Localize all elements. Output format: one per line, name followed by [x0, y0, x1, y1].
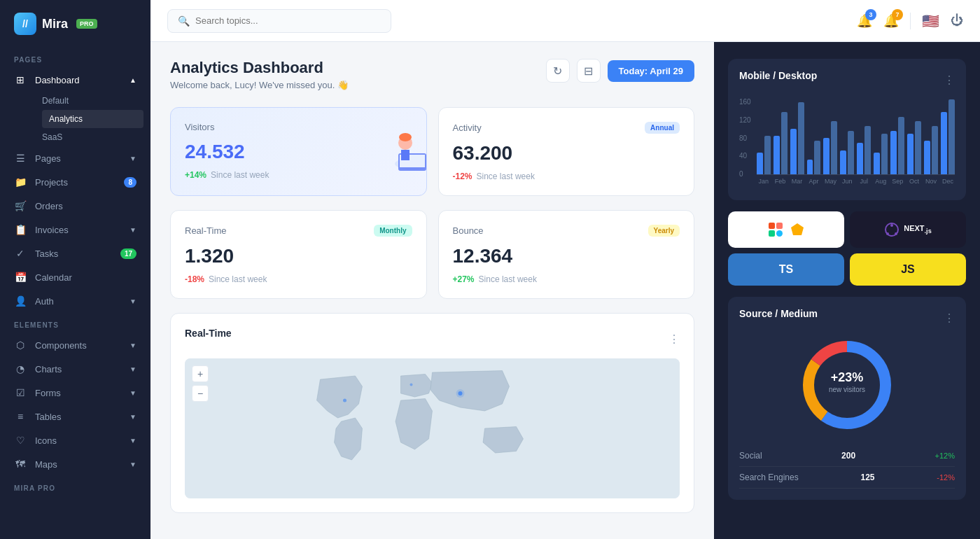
sidebar-item-projects[interactable]: 📁 Projects 8 — [0, 170, 150, 194]
sidebar-label-components: Components — [35, 340, 87, 351]
projects-badge: 8 — [124, 177, 136, 188]
svg-point-16 — [890, 224, 893, 227]
sidebar-item-components[interactable]: ⬡ Components ▼ — [0, 333, 150, 357]
svg-marker-14 — [791, 223, 804, 235]
sidebar-label-projects: Projects — [35, 177, 68, 188]
sidebar-item-dashboard[interactable]: ⊞ Dashboard ▲ — [0, 68, 150, 92]
dashboard-arrow: ▲ — [130, 76, 136, 84]
bounce-card-header: Bounce Yearly — [453, 225, 680, 237]
realtime-map-menu[interactable]: ⋮ — [668, 332, 680, 346]
power-icon: ⏻ — [951, 13, 963, 27]
realtime-map-title: Real-Time — [185, 328, 232, 339]
dark-bar-chart-card: Mobile / Desktop ⋮ 160 120 80 40 0 — [728, 59, 966, 200]
source-social-value: 200 — [841, 451, 855, 461]
sidebar-label-icons: Icons — [35, 435, 57, 446]
app-name: Mira — [42, 17, 68, 31]
alerts-badge: 7 — [892, 9, 903, 20]
sidebar-label-tables: Tables — [35, 412, 62, 422]
sidebar-item-default[interactable]: Default — [35, 92, 150, 110]
realtime-value: 1.320 — [185, 245, 412, 267]
orders-icon: 🛒 — [14, 200, 27, 211]
svg-text:new visitors: new visitors — [829, 386, 865, 393]
sidebar-label-dashboard: Dashboard — [35, 75, 80, 85]
section-label-pages: PAGES — [0, 48, 150, 68]
bounce-change: +27% Since last week — [453, 274, 680, 284]
svg-point-7 — [456, 389, 465, 398]
pages-arrow: ▼ — [130, 155, 136, 162]
page-header-left: Analytics Dashboard Welcome back, Lucy! … — [170, 59, 349, 90]
logo-card-figma — [728, 211, 844, 248]
visitors-label: Visitors — [185, 122, 214, 132]
sidebar-item-tables[interactable]: ≡ Tables ▼ — [0, 405, 150, 428]
map-zoom-in[interactable]: + — [192, 365, 209, 382]
figma-icon — [767, 221, 784, 238]
sidebar-item-orders[interactable]: 🛒 Orders — [0, 194, 150, 218]
sketch-icon — [790, 222, 805, 237]
date-button[interactable]: Today: April 29 — [608, 60, 694, 82]
notifications-button[interactable]: 🔔 3 — [857, 13, 872, 29]
svg-point-8 — [343, 399, 346, 402]
sidebar-label-forms: Forms — [35, 388, 61, 398]
invoices-arrow: ▼ — [130, 226, 136, 234]
svg-point-13 — [776, 230, 783, 237]
source-social-change: +12% — [935, 451, 955, 460]
logo-icon: // — [14, 13, 36, 35]
typescript-label: TS — [779, 263, 793, 276]
sidebar-item-maps[interactable]: 🗺 Maps ▼ — [0, 452, 150, 476]
bounce-change-label: Since last week — [479, 274, 537, 284]
map-container: + − — [185, 358, 680, 498]
sidebar-item-invoices[interactable]: 📋 Invoices ▼ — [0, 218, 150, 241]
logo-card-javascript: JS — [850, 253, 966, 286]
filter-button[interactable]: ⊟ — [577, 59, 601, 83]
sidebar-item-pages[interactable]: ☰ Pages ▼ — [0, 146, 150, 170]
sidebar-item-saas[interactable]: SaaS — [35, 128, 150, 146]
sidebar-item-tasks[interactable]: ✓ Tasks 17 — [0, 241, 150, 265]
activity-change: -12% Since last week — [453, 172, 680, 181]
sidebar-label-auth: Auth — [35, 296, 54, 307]
flag-icon[interactable]: 🇺🇸 — [922, 13, 939, 29]
source-medium-title: Source / Medium — [739, 308, 818, 319]
map-zoom-out[interactable]: − — [192, 385, 209, 402]
sidebar-label-default: Default — [42, 96, 69, 106]
sidebar-item-auth[interactable]: 👤 Auth ▼ — [0, 289, 150, 313]
refresh-icon: ↻ — [553, 64, 562, 78]
power-button[interactable]: ⏻ — [951, 13, 963, 28]
sidebar-item-calendar[interactable]: 📅 Calendar — [0, 265, 150, 289]
refresh-button[interactable]: ↻ — [546, 59, 570, 83]
calendar-icon: 📅 — [14, 272, 27, 283]
sidebar-item-charts[interactable]: ◔ Charts ▼ — [0, 357, 150, 381]
auth-icon: 👤 — [14, 295, 27, 307]
activity-badge: Annual — [645, 122, 680, 134]
world-map-svg — [185, 358, 680, 498]
source-menu[interactable]: ⋮ — [944, 312, 955, 325]
sidebar-logo[interactable]: // Mira PRO — [0, 0, 150, 48]
dark-chart-menu[interactable]: ⋮ — [944, 74, 955, 87]
components-icon: ⬡ — [14, 340, 27, 351]
bounce-change-value: +27% — [453, 274, 475, 284]
sidebar-item-forms[interactable]: ☑ Forms ▼ — [0, 381, 150, 405]
topbar-divider — [910, 13, 911, 29]
logo-card-redux: NEXT.js — [850, 211, 966, 248]
dark-chart-title: Mobile / Desktop — [739, 70, 817, 81]
search-input[interactable] — [195, 15, 381, 26]
sidebar-label-charts: Charts — [35, 364, 62, 374]
filter-icon: ⊟ — [584, 64, 593, 78]
sidebar-item-icons[interactable]: ♡ Icons ▼ — [0, 428, 150, 452]
source-search-change: -12% — [937, 473, 955, 482]
source-medium-card: Source / Medium ⋮ +23% — [728, 297, 966, 500]
icons-icon: ♡ — [14, 435, 27, 446]
svg-rect-4 — [401, 150, 410, 160]
realtime-change-label: Since last week — [209, 274, 267, 284]
projects-icon: 📁 — [14, 176, 27, 188]
javascript-label: JS — [901, 263, 915, 276]
tasks-badge: 17 — [120, 248, 136, 259]
tables-icon: ≡ — [14, 411, 27, 422]
svg-rect-11 — [776, 223, 783, 229]
sidebar-item-analytics[interactable]: Analytics — [42, 110, 144, 128]
sidebar-label-pages: Pages — [35, 153, 61, 164]
main-content: 🔍 🔔 3 🔔 7 🇺🇸 ⏻ Analytics — [150, 0, 980, 539]
alerts-button[interactable]: 🔔 7 — [883, 13, 899, 29]
search-box[interactable]: 🔍 — [167, 9, 391, 33]
pages-icon: ☰ — [14, 153, 27, 164]
source-social-name: Social — [739, 451, 762, 461]
